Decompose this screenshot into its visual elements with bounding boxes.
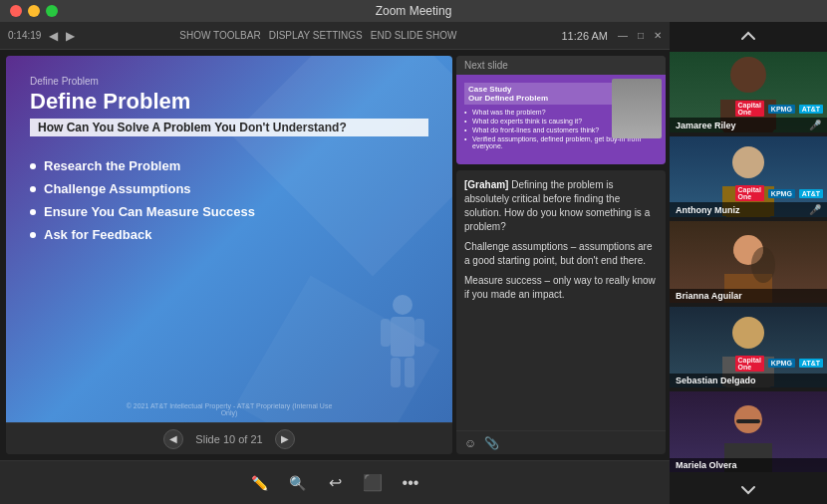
participant-name-bar-jamaree: Jamaree Riley 🎤 — [670, 118, 827, 132]
more-tool-button[interactable]: ••• — [400, 474, 421, 492]
svg-rect-4 — [391, 358, 401, 387]
nsp-image-inner — [612, 79, 662, 138]
main-slide: Define Problem Define Problem How Can Yo… — [6, 56, 452, 422]
close-x-icon[interactable]: ✕ — [654, 30, 662, 41]
sponsor-bar-1: CapitalOne KPMG AT&T — [670, 99, 827, 119]
att-logo-2: AT&T — [799, 189, 823, 198]
minimize-button[interactable] — [28, 5, 40, 17]
more-icon: ••• — [400, 474, 421, 492]
title-bar: Zoom Meeting — [0, 0, 827, 22]
top-toolbar: 0:14:19 ◀ ▶ SHOW TOOLBAR DISPLAY SETTING… — [0, 22, 670, 50]
emoji-button[interactable]: ☺ — [464, 436, 476, 450]
scroll-down-arrow[interactable] — [670, 476, 827, 504]
kpmg-logo-1: KPMG — [768, 105, 795, 114]
participant-card-mariela[interactable]: Mariela Olvera — [670, 391, 827, 474]
slide-number: Slide 10 of 21 — [195, 433, 262, 445]
screen-icon: ⬛ — [362, 474, 384, 492]
sponsor-bar-4: CapitalOne KPMG AT&T — [670, 354, 827, 374]
participant-name-bar-brianna: Brianna Aguilar — [670, 289, 827, 303]
fullscreen-button[interactable] — [46, 5, 58, 17]
maximize-icon[interactable]: □ — [638, 30, 644, 41]
next-slide-preview: Case Study Our Defined Problem What was … — [456, 75, 666, 164]
pen-tool-button[interactable]: ✏️ — [248, 474, 270, 492]
main-container: 0:14:19 ◀ ▶ SHOW TOOLBAR DISPLAY SETTING… — [0, 22, 827, 504]
slide-next-button[interactable]: ▶ — [275, 429, 295, 449]
svg-rect-22 — [736, 419, 760, 423]
toolbar-end[interactable]: END SLIDE SHOW — [371, 30, 457, 41]
participant-name-bar-mariela: Mariela Olvera — [670, 458, 827, 472]
window-title: Zoom Meeting — [376, 4, 452, 18]
content-area: Define Problem Define Problem How Can Yo… — [0, 50, 670, 460]
svg-rect-5 — [405, 358, 414, 387]
chat-sender-1: [Graham] — [464, 179, 508, 190]
svg-rect-2 — [381, 319, 391, 347]
chat-message-3: Measure success – only way to really kno… — [464, 274, 658, 302]
svg-point-16 — [732, 317, 764, 349]
mic-icon-jamaree: 🎤 — [809, 120, 821, 130]
nav-forward-icon[interactable]: ▶ — [66, 29, 75, 43]
svg-rect-1 — [391, 317, 414, 357]
zoom-tool-button[interactable]: 🔍 — [286, 474, 308, 492]
time-elapsed: 0:14:19 — [8, 30, 41, 41]
slide-section: Define Problem Define Problem How Can Yo… — [6, 56, 452, 454]
participant-card-anthony[interactable]: CapitalOne KPMG AT&T Anthony Muniz 🎤 — [670, 136, 827, 219]
toolbar-left: 0:14:19 ◀ ▶ — [8, 29, 75, 43]
sponsor-bar-2: CapitalOne KPMG AT&T — [670, 183, 827, 203]
chat-message-2: Challenge assumptions – assumptions are … — [464, 240, 658, 268]
participant-name-bar-sebastian: Sebastian Delgado — [670, 374, 827, 387]
capital-one-logo-4: CapitalOne — [735, 356, 764, 372]
svg-point-6 — [730, 57, 766, 93]
participant-name-anthony: Anthony Muniz — [676, 205, 740, 215]
participant-name-sebastian: Sebastian Delgado — [676, 376, 756, 385]
right-side: Next slide Case Study Our Defined Proble… — [456, 56, 666, 454]
toolbar-show[interactable]: SHOW TOOLBAR — [179, 30, 260, 41]
att-logo-1: AT&T — [799, 105, 823, 114]
minimize-icon[interactable]: — — [618, 30, 628, 41]
participant-card-jamaree[interactable]: CapitalOne KPMG AT&T Jamaree Riley 🎤 — [670, 52, 827, 134]
nav-back-icon[interactable]: ◀ — [49, 29, 58, 43]
chat-message-1: [Graham] Defining the problem is absolut… — [464, 178, 658, 234]
undo-icon: ↩ — [324, 474, 346, 492]
svg-point-15 — [751, 247, 775, 283]
svg-point-9 — [732, 146, 764, 178]
att-logo-4: AT&T — [799, 359, 823, 368]
participant-name-bar-anthony: Anthony Muniz 🎤 — [670, 202, 827, 217]
bottom-toolbar: ✏️ 🔍 ↩ ⬛ ••• — [0, 460, 670, 504]
participants-panel: CapitalOne KPMG AT&T Jamaree Riley 🎤 Cap… — [670, 22, 827, 504]
undo-tool-button[interactable]: ↩ — [324, 474, 346, 492]
participant-name-mariela: Mariela Olvera — [676, 460, 737, 470]
pen-icon: ✏️ — [248, 474, 270, 492]
slide-figure — [373, 293, 432, 392]
attachment-button[interactable]: 📎 — [484, 436, 499, 450]
scroll-up-arrow[interactable] — [670, 22, 827, 50]
participant-card-sebastian[interactable]: CapitalOne KPMG AT&T Sebastian Delgado — [670, 307, 827, 389]
mic-icon-anthony: 🎤 — [809, 204, 821, 215]
next-slide-section: Next slide Case Study Our Defined Proble… — [456, 56, 666, 164]
slide-prev-button[interactable]: ◀ — [163, 429, 183, 449]
toolbar-display[interactable]: DISPLAY SETTINGS — [269, 30, 363, 41]
nsp-title: Case Study — [468, 85, 512, 94]
clock-time: 11:26 AM — [561, 30, 607, 42]
screen-tool-button[interactable]: ⬛ — [362, 474, 384, 492]
participant-name-brianna: Brianna Aguilar — [676, 291, 742, 301]
toolbar-right: 11:26 AM — □ ✕ — [561, 30, 662, 42]
close-button[interactable] — [10, 5, 22, 17]
chat-text-2: Challenge assumptions – assumptions are … — [464, 241, 652, 266]
chat-messages: [Graham] Defining the problem is absolut… — [456, 170, 666, 430]
nsp-subtitle: Our Defined Problem — [468, 94, 548, 103]
svg-point-0 — [393, 295, 413, 315]
participant-card-brianna[interactable]: Brianna Aguilar — [670, 221, 827, 304]
next-slide-label: Next slide — [456, 56, 666, 75]
participant-name-jamaree: Jamaree Riley — [676, 121, 736, 130]
kpmg-logo-2: KPMG — [768, 189, 795, 198]
capital-one-logo-1: CapitalOne — [735, 101, 764, 117]
traffic-lights — [10, 5, 58, 17]
slide-controls: ◀ Slide 10 of 21 ▶ — [6, 422, 452, 454]
chat-text-3: Measure success – only way to really kno… — [464, 275, 656, 300]
nsp-image — [612, 79, 662, 138]
kpmg-logo-4: KPMG — [768, 359, 795, 368]
slide-footer: © 2021 AT&T Intellectual Property - AT&T… — [118, 402, 341, 416]
capital-one-logo-2: CapitalOne — [735, 185, 764, 201]
zoom-icon: 🔍 — [286, 474, 308, 492]
svg-rect-3 — [414, 319, 424, 347]
